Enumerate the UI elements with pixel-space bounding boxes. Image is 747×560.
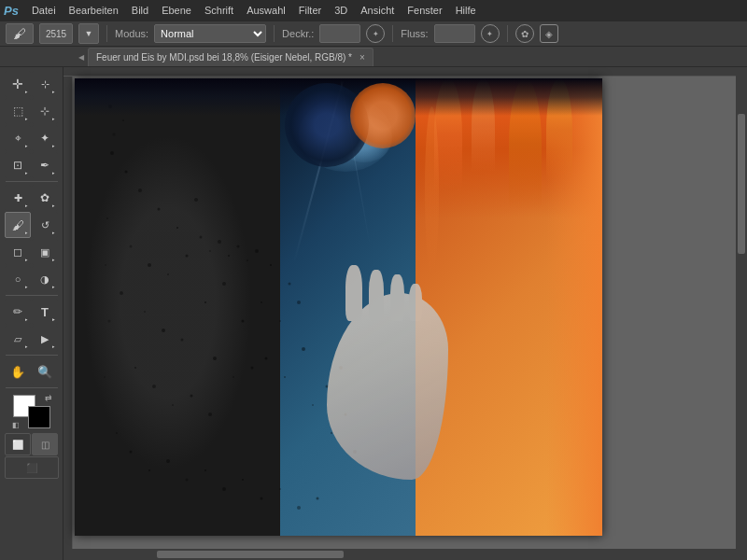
tab-title: Feuer und Eis by MDI.psd bei 18,8% (Eisi…	[96, 52, 352, 63]
tool-row-2: ⬚▸ ⊹▸	[5, 98, 58, 124]
menu-schrift[interactable]: Schrift	[199, 3, 239, 18]
swap-colors-btn[interactable]: ⇄	[45, 393, 52, 402]
tool-row-12: ⬜ ◫	[5, 433, 58, 455]
brush-scatter-circle	[84, 134, 252, 470]
menu-3d[interactable]: 3D	[329, 3, 353, 18]
stamp-tool-btn[interactable]: ✿▸	[32, 185, 58, 211]
tool-row-8: ○▸ ◑▸	[5, 266, 58, 292]
tool-row-4: ⊡▸ ✒▸	[5, 152, 58, 178]
tool-row-9: ✏▸ T▸	[5, 299, 58, 325]
eyedrop-tool-btn[interactable]: ✒▸	[32, 152, 58, 178]
healing-tool-btn[interactable]: ✚▸	[5, 185, 31, 211]
airbrush-btn[interactable]: ✿	[515, 24, 534, 43]
color-boxes: ⇄ ◧	[13, 395, 50, 428]
tool-row-5: ✚▸ ✿▸	[5, 185, 58, 211]
ruler-top	[63, 67, 736, 77]
v-scrollbar-thumb[interactable]	[738, 114, 745, 254]
menu-ansicht[interactable]: Ansicht	[355, 3, 400, 18]
toolbar: ✛▸ ⊹▸ ⬚▸ ⊹▸ ⌖▸ ✦▸ ⊡▸ ✒▸ ✚▸ ✿▸ 🖌▸ ↺▸	[0, 67, 63, 560]
rect-select-tool-btn[interactable]: ⬚▸	[5, 98, 31, 124]
dodge-tool-btn[interactable]: ◑▸	[32, 266, 58, 292]
menu-bearbeiten[interactable]: Bearbeiten	[63, 3, 124, 18]
tool-row-7: ◻▸ ▣▸	[5, 239, 58, 265]
menu-filter[interactable]: Filter	[293, 3, 327, 18]
pen-tool-btn[interactable]: ✏▸	[5, 299, 31, 325]
blur-tool-btn[interactable]: ○▸	[5, 266, 31, 292]
brush-size-display[interactable]: 2515	[39, 23, 73, 44]
brush-settings-btn[interactable]: ▼	[78, 23, 99, 44]
main-area: ✛▸ ⊹▸ ⬚▸ ⊹▸ ⌖▸ ✦▸ ⊡▸ ✒▸ ✚▸ ✿▸ 🖌▸ ↺▸	[0, 67, 747, 560]
opacity-input[interactable]: 20%	[319, 24, 360, 43]
default-colors-btn[interactable]: ◧	[11, 420, 21, 430]
move2-tool-btn[interactable]: ⊹▸	[32, 98, 58, 124]
crop-tool-btn[interactable]: ⊡▸	[5, 152, 31, 178]
app-logo: Ps	[4, 4, 19, 18]
move-tool-btn[interactable]: ✛▸	[5, 71, 31, 97]
ruler-left	[63, 77, 73, 549]
menu-datei[interactable]: Datei	[26, 3, 62, 18]
canvas-area[interactable]	[63, 67, 747, 560]
history-brush-btn[interactable]: ↺▸	[32, 212, 58, 238]
menu-auswahl[interactable]: Auswahl	[241, 3, 291, 18]
shape-tool-btn[interactable]: ▱▸	[5, 326, 31, 352]
v-scrollbar[interactable]	[736, 67, 747, 549]
tool-row-1: ✛▸ ⊹▸	[5, 71, 58, 97]
quickmask-mode-btn[interactable]: ◫	[32, 433, 58, 455]
canvas-fire-area	[416, 78, 602, 536]
mode-label: Modus:	[115, 28, 148, 39]
menu-bild[interactable]: Bild	[126, 3, 154, 18]
opacity-label: Deckr.:	[282, 28, 314, 39]
menu-fenster[interactable]: Fenster	[402, 3, 447, 18]
tool-row-3: ⌖▸ ✦▸	[5, 125, 58, 151]
tool-row-13: ⬛	[5, 456, 59, 479]
tool-sep-1	[6, 181, 58, 182]
tool-row-10: ▱▸ ▶▸	[5, 326, 58, 352]
path-select-btn[interactable]: ▶▸	[32, 326, 58, 352]
tool-sep-3	[6, 355, 58, 356]
lasso-tool-btn[interactable]: ⌖▸	[5, 125, 31, 151]
tab-bar: ◀ Feuer und Eis by MDI.psd bei 18,8% (Ei…	[0, 47, 747, 67]
separator-4	[507, 25, 508, 42]
gradient-tool-btn[interactable]: ▣▸	[32, 239, 58, 265]
brush-preset-picker[interactable]: 🖌	[6, 23, 34, 44]
opacity-pressure-btn[interactable]: ✦	[366, 24, 385, 43]
blend-mode-select[interactable]: Normal Auflösen Multiplizieren	[154, 24, 266, 43]
canvas-image	[75, 78, 602, 536]
background-color-btn[interactable]	[28, 406, 50, 428]
separator-1	[106, 25, 107, 42]
options-bar: 🖌 2515 ▼ Modus: Normal Auflösen Multipli…	[0, 21, 747, 47]
flow-input[interactable]: 100%	[434, 24, 475, 43]
separator-2	[274, 25, 275, 42]
tab-collapse-btn[interactable]: ◀	[75, 48, 88, 66]
hand-tool-btn[interactable]: ✋	[5, 358, 31, 385]
standard-mode-btn[interactable]: ⬜	[5, 433, 31, 455]
wand-tool-btn[interactable]: ✦▸	[32, 125, 58, 151]
separator-3	[392, 25, 393, 42]
tool-sep-2	[6, 295, 58, 296]
tab-close-btn[interactable]: ×	[359, 52, 365, 63]
zoom-tool-btn[interactable]: 🔍	[32, 358, 58, 385]
menu-bar: Ps Datei Bearbeiten Bild Ebene Schrift A…	[0, 0, 747, 21]
menu-hilfe[interactable]: Hilfe	[450, 3, 482, 18]
h-scrollbar-thumb[interactable]	[157, 551, 344, 558]
artboard-tool-btn[interactable]: ⊹▸	[32, 71, 58, 97]
document-canvas	[75, 78, 602, 536]
tablet-pressure-btn[interactable]: ◈	[540, 24, 558, 43]
eraser-tool-btn[interactable]: ◻▸	[5, 239, 31, 265]
flow-label: Fluss:	[401, 28, 428, 39]
tool-sep-4	[6, 387, 58, 388]
document-tab[interactable]: Feuer und Eis by MDI.psd bei 18,8% (Eisi…	[88, 48, 374, 66]
tool-row-6: 🖌▸ ↺▸	[5, 212, 58, 238]
brush-tool-btn[interactable]: 🖌▸	[5, 212, 31, 238]
tool-row-11: ✋ 🔍	[5, 358, 58, 385]
screen-mode-btn[interactable]: ⬛	[5, 456, 59, 479]
menu-ebene[interactable]: Ebene	[156, 3, 197, 18]
h-scrollbar[interactable]	[63, 549, 747, 560]
flow-pressure-btn[interactable]: ✦	[481, 24, 500, 43]
text-tool-btn[interactable]: T▸	[32, 299, 58, 325]
